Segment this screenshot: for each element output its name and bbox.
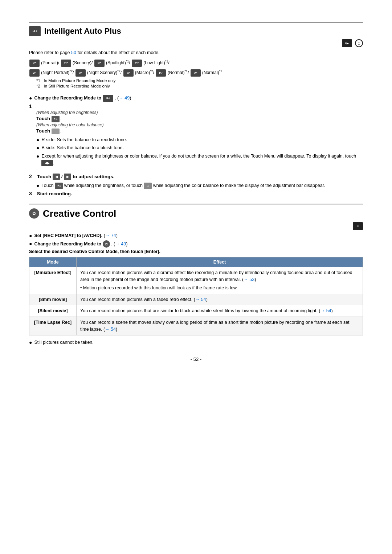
normal1-label: (Normal)*1/ <box>168 70 189 75</box>
change-recording-mode-bullet: ● Change the Recording Mode to iA+ . (→ … <box>29 95 363 102</box>
table-header-effect: Effect <box>77 257 363 267</box>
step-2-text: Touch ◀ / ▶ to adjust settings. <box>37 174 115 180</box>
footnote-1: *1 In Motion Picture Recording Mode only <box>29 78 363 83</box>
table-header-row: Mode Effect <box>29 257 363 267</box>
right-arrow-icon: ▶ <box>64 174 71 180</box>
macro-label: (Macro)*2/ <box>135 70 154 75</box>
creative-control-section: ✿ Creative Control ≡ ● Set [REC FORMAT] … <box>29 204 363 346</box>
night-portrait-mode-icon: iA+ <box>29 69 40 77</box>
scenery-label: (Scenery)/ <box>73 60 93 65</box>
video-mode-icon: ≡▶ <box>342 39 352 47</box>
select-instruction: Select the desired Creative Control Mode… <box>29 249 363 254</box>
mode-icons-row1: iA+ (Portrait)/ iA+ (Scenery)/ iA+ (Spot… <box>29 58 363 67</box>
creative-control-header: ✿ Creative Control <box>29 204 363 219</box>
nav-arrows-icon: ◀▶ <box>41 160 53 166</box>
table-cell-effect: You can record motion pictures that are … <box>77 305 363 317</box>
touch-label-color: Touch <box>36 128 50 134</box>
bside-bullet: ● B side: Sets the balance to a bluish t… <box>29 144 363 151</box>
step-1-color-sub: (When adjusting the color balance) <box>36 122 363 127</box>
intelligent-auto-plus-icon: iA+ <box>29 26 41 36</box>
bullet-dot-step2: ● <box>36 182 39 189</box>
macro-mode-icon: iA+ <box>123 69 134 77</box>
normal-mode-icon1: iA+ <box>156 69 166 77</box>
left-arrow-icon: ◀ <box>53 174 60 180</box>
night-scenery-mode-icon: iA+ <box>75 69 86 77</box>
table-cell-mode: [8mm movie] <box>29 294 77 305</box>
table-cell-effect: You can record a scene that moves slowly… <box>77 317 363 335</box>
table-row: [8mm movie]You can record motion picture… <box>29 294 363 305</box>
portrait-label: (Portrait)/ <box>41 60 59 65</box>
page-50-link[interactable]: 50 <box>71 50 76 55</box>
photo-mode-icon: ○ <box>355 39 363 47</box>
lowlight-label: (Low Light)*1/ <box>143 60 169 65</box>
table-row: [Miniature Effect]You can record motion … <box>29 267 363 294</box>
page-number: - 52 - <box>29 357 363 362</box>
touch-menu-text: Except for when adjusting the brightness… <box>41 153 363 167</box>
creative-control-table: Mode Effect [Miniature Effect]You can re… <box>29 257 363 335</box>
spotlight-mode-icon: iA+ <box>94 60 105 67</box>
bullet-dot-b: ● <box>36 144 39 151</box>
step-1-number: 1 <box>29 103 32 109</box>
step-3-text: Start recording. <box>37 191 72 196</box>
creative-bullet1: ● Set [REC FORMAT] to [AVCHD]. (→ 74) <box>29 232 363 239</box>
still-pictures-bullet: ● Still pictures cannot be taken. <box>29 339 363 346</box>
creative-bullet2: ● Change the Recording Mode to ✿ . (→ 49… <box>29 240 363 248</box>
touch-label-brightness: Touch <box>36 116 50 121</box>
change-recording-mode-text: Change the Recording Mode to iA+ . (→ 49… <box>34 95 131 102</box>
brightness-icon: ☀± <box>52 116 60 122</box>
table-cell-mode: [Miniature Effect] <box>29 267 77 294</box>
step-1-content: (When adjusting the brightness) Touch ☀±… <box>29 110 363 134</box>
night-scenery-label: (Night Scenery)*2/ <box>87 70 122 75</box>
step2-sub-text: Touch ☀± while adjusting the brightness,… <box>41 182 325 189</box>
scenery-mode-icon: iA+ <box>61 60 71 67</box>
step-1-brightness-sub: (When adjusting the brightness) <box>36 110 363 115</box>
lowlight-mode-icon: iA+ <box>132 60 142 67</box>
creative-bullet2-text: Change the Recording Mode to ✿ . (→ 49) <box>34 240 127 248</box>
page-content: iA+ Intelligent Auto Plus ≡▶ ○ Please re… <box>29 22 363 362</box>
table-header-mode: Mode <box>29 257 77 267</box>
step2-sub-bullet: ● Touch ☀± while adjusting the brightnes… <box>29 182 363 189</box>
iap-change-icon: iA+ <box>103 95 113 102</box>
bullet-dot-1: ● <box>29 95 32 101</box>
creative-video-icon: ≡ <box>353 222 363 230</box>
creative-mode-icon: ✿ <box>103 240 110 248</box>
top-right-icons: ≡▶ ○ <box>29 39 363 47</box>
bside-text: B side: Sets the balance to a bluish ton… <box>41 144 124 151</box>
step-3-header: 3 Start recording. <box>29 191 363 196</box>
bullet-dot-r: ● <box>36 137 39 143</box>
intelligent-auto-plus-header: iA+ Intelligent Auto Plus <box>29 22 363 36</box>
table-cell-effect: You can record motion pictures with a fa… <box>77 294 363 305</box>
intro-text: Please refer to page 50 for details abou… <box>29 49 363 56</box>
creative-control-icon: ✿ <box>29 208 39 219</box>
step-3-number: 3 <box>29 191 32 196</box>
mode-icons-row2: iA+ (Night Portrait)*2/ iA+ (Night Scene… <box>29 68 363 77</box>
step-2-number: 2 <box>29 174 32 179</box>
avchd-link[interactable]: → 74 <box>105 233 116 238</box>
table-cell-mode: [Time Lapse Rec] <box>29 317 77 335</box>
bullet-dot-menu: ● <box>36 153 39 159</box>
step-2: 2 Touch ◀ / ▶ to adjust settings. <box>29 174 363 180</box>
color-balance-icon <box>52 129 60 134</box>
portrait-mode-icon: iA+ <box>29 60 40 67</box>
creative-control-title: Creative Control <box>43 208 116 219</box>
step-3: 3 Start recording. <box>29 191 363 196</box>
step-2-header: 2 Touch ◀ / ▶ to adjust settings. <box>29 174 363 180</box>
step2-brightness-icon: ☀± <box>55 183 63 189</box>
intelligent-auto-plus-title: Intelligent Auto Plus <box>44 27 121 36</box>
creative-bullet1-text: Set [REC FORMAT] to [AVCHD]. (→ 74) <box>34 232 117 239</box>
creative-top-icon: ≡ <box>29 222 363 230</box>
touch-menu-bullet: ● Except for when adjusting the brightne… <box>29 153 363 167</box>
change-mode-link[interactable]: → 49 <box>119 95 130 101</box>
still-bullet-dot: ● <box>29 339 32 346</box>
footnote-2: *2 In Still Picture Recording Mode only <box>29 84 363 88</box>
creative-bullet-dot2: ● <box>29 240 32 247</box>
step-1: 1 (When adjusting the brightness) Touch … <box>29 103 363 134</box>
table-cell-effect: You can record motion pictures with a di… <box>77 267 363 294</box>
step-1-touch-color: Touch . <box>36 128 363 134</box>
step2-color-icon: □ <box>144 183 152 189</box>
still-pictures-text: Still pictures cannot be taken. <box>34 339 93 346</box>
normal2-label: (Normal)*2 <box>202 70 222 75</box>
table-cell-mode: [Silent movie] <box>29 305 77 317</box>
rside-text: R side: Sets the balance to a reddish to… <box>41 137 127 143</box>
creative-mode-link[interactable]: → 49 <box>115 241 126 247</box>
